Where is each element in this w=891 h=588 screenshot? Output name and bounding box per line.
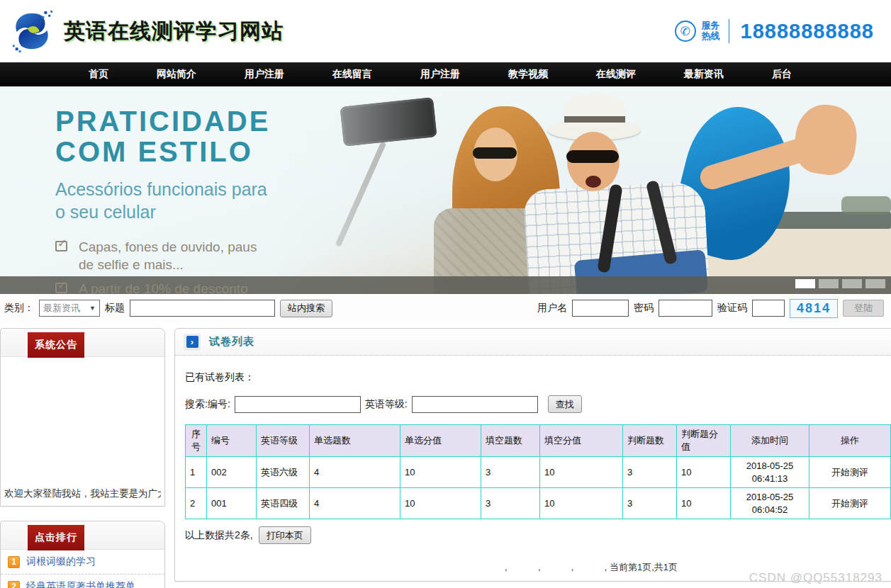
col-header-blank-count: 填空题数: [481, 425, 540, 457]
cell-blank-count: 3: [481, 488, 540, 519]
search-login-bar: 类别： 最新资讯 ▼ 标题 站内搜索 用户名 密码 验证码 4814 登陆: [0, 294, 891, 322]
banner-selfie-stick: [335, 141, 386, 247]
nav-item-message[interactable]: 在线留言: [332, 62, 372, 86]
cell-blank-score: 10: [540, 457, 623, 488]
banner-bullet: A partir de 10% de desconto: [55, 281, 270, 294]
hotline-label-line1: 服务: [702, 21, 720, 31]
banner-title-line2: COM ESTILO: [55, 137, 270, 167]
content-area: 系统公告 欢迎大家登陆我站，我站主要是为广大朋 点击排行 1 词根词缀的学习 2…: [0, 328, 891, 588]
panel-arrow-icon-box: ›: [184, 334, 201, 351]
site-search-group: 类别： 最新资讯 ▼ 标题 站内搜索: [4, 300, 332, 317]
start-test-link[interactable]: 开始测评: [809, 488, 891, 519]
main-nav: 首页 网站简介 用户注册 在线留言 用户注册 教学视频 在线测评 最新资讯 后台: [0, 62, 891, 86]
password-input[interactable]: [659, 300, 712, 317]
cell-number: 002: [207, 457, 257, 488]
banner-trees-shape: [841, 196, 891, 215]
nav-item-register2[interactable]: 用户注册: [420, 62, 460, 86]
site-search-button[interactable]: 站内搜索: [280, 300, 332, 317]
panel-title: 试卷列表: [209, 335, 254, 349]
sidebar: 系统公告 欢迎大家登陆我站，我站主要是为广大朋 点击排行 1 词根词缀的学习 2…: [0, 328, 165, 588]
cell-add-time: 2018-05-25 06:04:52: [731, 488, 809, 519]
ranking-item[interactable]: 2 经典英语原著书单推荐单: [1, 575, 164, 588]
notice-text[interactable]: 欢迎大家登陆我站，我站主要是为广大朋: [4, 487, 161, 500]
exam-number-input[interactable]: [235, 396, 361, 413]
cell-seq: 2: [186, 488, 207, 519]
col-header-action: 操作: [809, 425, 891, 457]
hotline-label-line2: 热线: [702, 31, 720, 42]
category-select[interactable]: 最新资讯 ▼: [39, 300, 100, 317]
cell-judge-count: 3: [623, 457, 677, 488]
banner-title: PRATICIDADE COM ESTILO: [55, 106, 270, 167]
col-header-choice-count: 单选题数: [310, 425, 400, 457]
site-logo-icon: [10, 9, 54, 53]
carousel-dot-4[interactable]: [865, 279, 885, 288]
login-button[interactable]: 登陆: [843, 300, 884, 317]
cell-choice-score: 10: [400, 457, 481, 488]
watermark-text: CSDN @QQ55318293: [749, 571, 882, 585]
chevron-down-icon: ▼: [89, 305, 96, 312]
summary-text: 以上数据共2条,: [185, 529, 253, 542]
nav-item-news[interactable]: 最新资讯: [684, 62, 724, 86]
captcha-code[interactable]: 4814: [790, 299, 838, 318]
hero-banner: PRATICIDADE COM ESTILO Acessórios funcio…: [0, 86, 891, 294]
cell-add-time: 2018-05-25 06:41:13: [731, 457, 809, 488]
nav-item-admin[interactable]: 后台: [772, 62, 792, 86]
service-hotline: ✆ 服务 热线 18888888888: [675, 19, 874, 43]
exam-search-prefix-label: 搜索:编号:: [185, 398, 230, 411]
captcha-input[interactable]: [752, 300, 785, 317]
nav-item-home[interactable]: 首页: [89, 62, 108, 86]
col-header-number: 编号: [207, 425, 257, 457]
exam-list-panel-header: › 试卷列表: [175, 329, 891, 356]
banner-woman-sunglasses: [473, 147, 517, 159]
banner-bullet-text: Capas, fones de ouvido, paus de selfie e…: [79, 239, 257, 273]
find-button[interactable]: 查找: [548, 395, 582, 413]
cell-level: 英语四级: [257, 488, 310, 519]
banner-title-line1: PRATICIDADE: [55, 106, 270, 137]
captcha-label: 验证码: [717, 302, 747, 315]
notice-panel-title: 系统公告: [28, 332, 84, 358]
ranking-item[interactable]: 1 词根词缀的学习: [1, 550, 164, 575]
title-search-input[interactable]: [130, 300, 275, 317]
print-button[interactable]: 打印本页: [259, 526, 311, 544]
checkbox-icon: [55, 241, 67, 251]
exam-level-input[interactable]: [412, 396, 538, 413]
username-label: 用户名: [537, 302, 567, 315]
site-header: 英语在线测评学习网站 ✆ 服务 热线 18888888888: [0, 0, 891, 62]
carousel-dot-3[interactable]: [842, 279, 862, 288]
exam-table: 序号 编号 英语等级 单选题数 单选分值 填空题数 填空分值 判断题数 判断题分…: [185, 424, 891, 519]
col-header-judge-count: 判断题数: [623, 425, 677, 457]
col-header-choice-score: 单选分值: [400, 425, 481, 457]
col-header-add-time: 添加时间: [731, 425, 809, 457]
exam-list-panel: › 试卷列表 已有试卷列表： 搜索:编号: 英语等级: 查找: [174, 328, 891, 582]
phone-icon: ✆: [675, 21, 696, 42]
username-input[interactable]: [572, 300, 629, 317]
nav-item-register[interactable]: 用户注册: [245, 62, 284, 86]
password-label: 密码: [634, 302, 654, 315]
nav-item-tests[interactable]: 在线测评: [596, 62, 636, 86]
exam-table-row: 1 002 英语六级 4 10 3 10 3 10 2018-05-25 06:…: [186, 457, 891, 488]
notice-panel: 系统公告 欢迎大家登陆我站，我站主要是为广大朋: [0, 328, 165, 507]
exam-table-row: 2 001 英语四级 4 10 3 10 3 10 2018-05-25 06:…: [186, 488, 891, 519]
cell-choice-count: 4: [310, 457, 400, 488]
carousel-dot-2[interactable]: [819, 279, 839, 288]
cell-judge-score: 10: [677, 457, 731, 488]
category-label: 类别：: [4, 302, 34, 315]
col-header-level: 英语等级: [257, 425, 310, 457]
checkbox-icon: [55, 283, 67, 293]
banner-bullets: Capas, fones de ouvido, paus de selfie e…: [55, 239, 270, 294]
banner-man-hat-band: [564, 116, 625, 123]
carousel-dot-1[interactable]: [795, 279, 815, 288]
nav-item-about[interactable]: 网站简介: [157, 62, 196, 86]
ranking-panel: 点击排行 1 词根词缀的学习 2 经典英语原著书单推荐单: [0, 521, 165, 588]
nav-item-videos[interactable]: 教学视频: [508, 62, 548, 86]
logo-area: 英语在线测评学习网站: [10, 9, 284, 53]
col-header-seq: 序号: [186, 425, 207, 457]
banner-bullet-text: A partir de 10% de desconto: [79, 281, 248, 294]
banner-text-block: PRATICIDADE COM ESTILO Acessórios funcio…: [55, 106, 270, 294]
cell-choice-score: 10: [400, 488, 481, 519]
rank-badge: 2: [8, 581, 20, 588]
hotline-divider: [729, 19, 729, 43]
cell-choice-count: 4: [310, 488, 400, 519]
start-test-link[interactable]: 开始测评: [809, 457, 891, 488]
title-label: 标题: [105, 302, 125, 315]
